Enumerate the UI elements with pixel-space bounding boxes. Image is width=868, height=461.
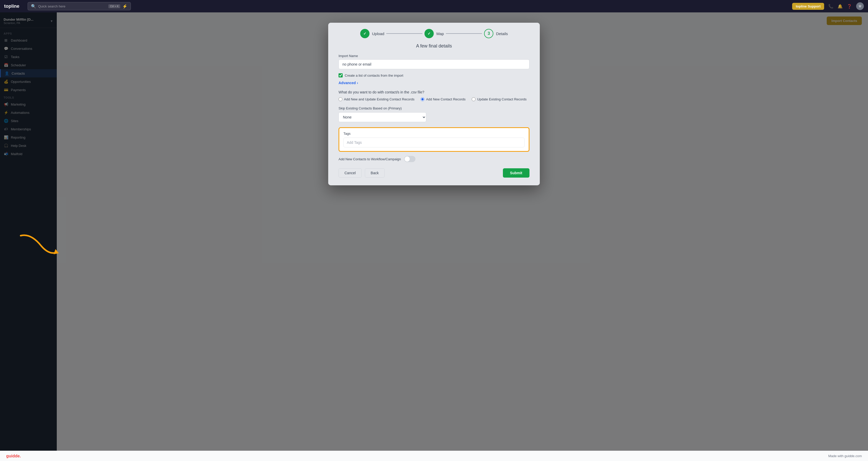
- step-connector-2: [446, 33, 482, 34]
- radio-add-update-input[interactable]: [339, 97, 342, 101]
- radio-add-update[interactable]: Add New and Update Existing Contact Reco…: [339, 97, 414, 101]
- step-upload: ✓ Upload: [360, 29, 384, 38]
- advanced-link[interactable]: Advanced ›: [339, 81, 358, 85]
- step-details-label: Details: [496, 31, 508, 36]
- advanced-label: Advanced: [339, 81, 356, 85]
- radio-update-input[interactable]: [472, 97, 475, 101]
- phone-icon[interactable]: 📞: [828, 4, 833, 9]
- bell-icon[interactable]: 🔔: [838, 4, 843, 9]
- step-details-circle: 3: [484, 29, 493, 38]
- search-icon: 🔍: [31, 4, 36, 9]
- radio-add-update-label: Add New and Update Existing Contact Reco…: [344, 97, 414, 101]
- avatar[interactable]: U: [856, 2, 864, 10]
- tags-label: Tags: [343, 132, 525, 135]
- radio-add-new-label: Add New Contact Records: [426, 97, 465, 101]
- radio-update[interactable]: Update Existing Contact Records: [472, 97, 526, 101]
- modal-title: A few final details: [339, 43, 529, 49]
- workflow-toggle[interactable]: [404, 156, 415, 162]
- bottom-credit: Made with guidde.com: [828, 454, 862, 458]
- modal-overlay: ✓ Upload ✓ Map 3 Details A few final det…: [0, 12, 868, 451]
- guidde-logo: guidde.: [6, 454, 21, 458]
- skip-select[interactable]: None: [339, 112, 426, 122]
- step-map: ✓ Map: [425, 29, 444, 38]
- search-shortcut: Ctrl + K: [108, 4, 120, 8]
- lightning-icon: ⚡: [122, 4, 127, 9]
- import-name-input[interactable]: [339, 59, 529, 69]
- import-name-group: Import Name: [339, 54, 529, 69]
- modal-body: A few final details Import Name Create a…: [328, 43, 540, 185]
- radio-add-new-input[interactable]: [421, 97, 425, 101]
- step-map-circle: ✓: [425, 29, 434, 38]
- step-details: 3 Details: [484, 29, 508, 38]
- step-progress: ✓ Upload ✓ Map 3 Details: [328, 23, 540, 43]
- radio-update-label: Update Existing Contact Records: [477, 97, 526, 101]
- tags-section: Tags: [339, 127, 529, 152]
- back-button[interactable]: Back: [365, 168, 385, 178]
- top-navigation: topline 🔍 Ctrl + K ⚡ topline Support 📞 🔔…: [0, 0, 868, 12]
- chevron-right-icon: ›: [357, 81, 358, 85]
- step-upload-circle: ✓: [360, 29, 370, 38]
- modal-footer: Cancel Back Submit: [339, 168, 529, 178]
- import-modal: ✓ Upload ✓ Map 3 Details A few final det…: [328, 23, 540, 185]
- create-list-label: Create a list of contacts from the impor…: [345, 73, 403, 78]
- footer-left-buttons: Cancel Back: [339, 168, 385, 178]
- bottom-bar: guidde. Made with guidde.com: [0, 451, 868, 461]
- skip-section: Skip Existing Contacts Based on (Primary…: [339, 106, 529, 122]
- app-logo: topline: [4, 4, 19, 9]
- create-list-checkbox[interactable]: [339, 73, 343, 78]
- tags-input[interactable]: [343, 137, 525, 147]
- search-bar[interactable]: 🔍 Ctrl + K ⚡: [28, 2, 131, 10]
- cancel-button[interactable]: Cancel: [339, 168, 362, 178]
- step-connector-1: [386, 33, 423, 34]
- import-name-label: Import Name: [339, 54, 529, 58]
- workflow-toggle-row: Add New Contacts to Workflow/Campaign: [339, 156, 529, 162]
- step-upload-label: Upload: [372, 31, 384, 36]
- csv-action-radio-group: Add New and Update Existing Contact Reco…: [339, 97, 529, 101]
- csv-question: What do you want to do with contact/s in…: [339, 90, 529, 94]
- skip-label: Skip Existing Contacts Based on (Primary…: [339, 106, 529, 110]
- submit-button[interactable]: Submit: [503, 168, 529, 178]
- radio-add-new[interactable]: Add New Contact Records: [421, 97, 465, 101]
- create-list-row: Create a list of contacts from the impor…: [339, 73, 529, 78]
- workflow-label: Add New Contacts to Workflow/Campaign: [339, 157, 401, 161]
- search-input[interactable]: [38, 4, 106, 8]
- step-map-label: Map: [436, 31, 444, 36]
- help-icon[interactable]: ❓: [847, 4, 852, 9]
- support-button[interactable]: topline Support: [792, 3, 824, 10]
